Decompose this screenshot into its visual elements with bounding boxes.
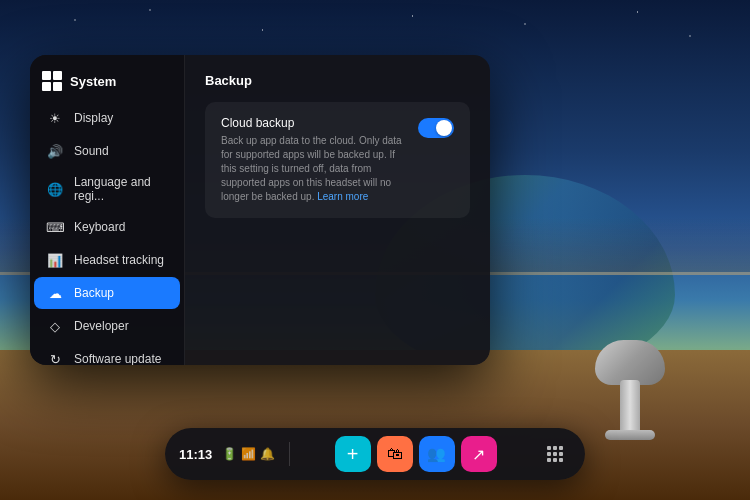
headset-stand [590,340,670,440]
app-icon-store[interactable]: 🛍 [377,436,413,472]
app-icon-share[interactable]: ↗ [461,436,497,472]
status-icons: 🔋 📶 🔔 [222,447,275,461]
sidebar-title: System [70,74,116,89]
cloud-backup-desc: Back up app data to the cloud. Only data… [221,134,406,204]
language-icon: 🌐 [46,180,64,198]
learn-more-link[interactable]: Learn more [317,191,368,202]
sidebar-item-label: Sound [74,144,109,158]
sidebar-item-backup[interactable]: ☁ Backup [34,277,180,309]
headset-icon: 📊 [46,251,64,269]
backup-icon: ☁ [46,284,64,302]
sidebar: System ☀ Display 🔊 Sound 🌐 Language and … [30,55,185,365]
taskbar-apps: + 🛍 👥 ↗ [298,436,533,472]
sidebar-item-label: Developer [74,319,129,333]
sidebar-item-label: Language and regi... [74,175,168,203]
wifi-icon: 📶 [241,447,256,461]
headset-body [595,340,665,385]
backup-settings-card: Cloud backup Back up app data to the clo… [205,102,470,218]
update-icon: ↻ [46,350,64,365]
sidebar-item-software[interactable]: ↻ Software update [34,343,180,365]
sidebar-item-label: Software update [74,352,161,365]
cloud-backup-row: Cloud backup Back up app data to the clo… [221,116,454,204]
sidebar-item-label: Display [74,111,113,125]
grid-icon [547,446,563,462]
section-title: Backup [205,73,470,88]
apps-icon [42,71,62,91]
app-icon-plus[interactable]: + [335,436,371,472]
display-icon: ☀ [46,109,64,127]
cloud-backup-name: Cloud backup [221,116,406,130]
share-icon: ↗ [472,445,485,464]
sidebar-item-label: Headset tracking [74,253,164,267]
sidebar-item-developer[interactable]: ◇ Developer [34,310,180,342]
people-icon: 👥 [427,445,446,463]
main-content: Backup Cloud backup Back up app data to … [185,55,490,365]
sidebar-item-language[interactable]: 🌐 Language and regi... [34,168,180,210]
taskbar: 11:13 🔋 📶 🔔 + 🛍 👥 ↗ [165,428,585,480]
headset-base [605,430,655,440]
battery-icon: 🔋 [222,447,237,461]
cloud-backup-info: Cloud backup Back up app data to the clo… [221,116,406,204]
sidebar-item-headset[interactable]: 📊 Headset tracking [34,244,180,276]
sidebar-item-sound[interactable]: 🔊 Sound [34,135,180,167]
settings-panel: System ☀ Display 🔊 Sound 🌐 Language and … [30,55,490,365]
sidebar-item-keyboard[interactable]: ⌨ Keyboard [34,211,180,243]
cloud-backup-toggle[interactable] [418,118,454,138]
store-icon: 🛍 [387,445,403,463]
sidebar-item-label: Backup [74,286,114,300]
sidebar-item-display[interactable]: ☀ Display [34,102,180,134]
sound-icon: 🔊 [46,142,64,160]
developer-icon: ◇ [46,317,64,335]
app-icon-people[interactable]: 👥 [419,436,455,472]
taskbar-divider [289,442,290,466]
notification-icon: 🔔 [260,447,275,461]
sidebar-header: System [30,63,184,101]
taskbar-time: 11:13 [179,447,212,462]
sidebar-item-label: Keyboard [74,220,125,234]
keyboard-icon: ⌨ [46,218,64,236]
plus-icon: + [347,443,359,466]
app-grid-button[interactable] [539,438,571,470]
